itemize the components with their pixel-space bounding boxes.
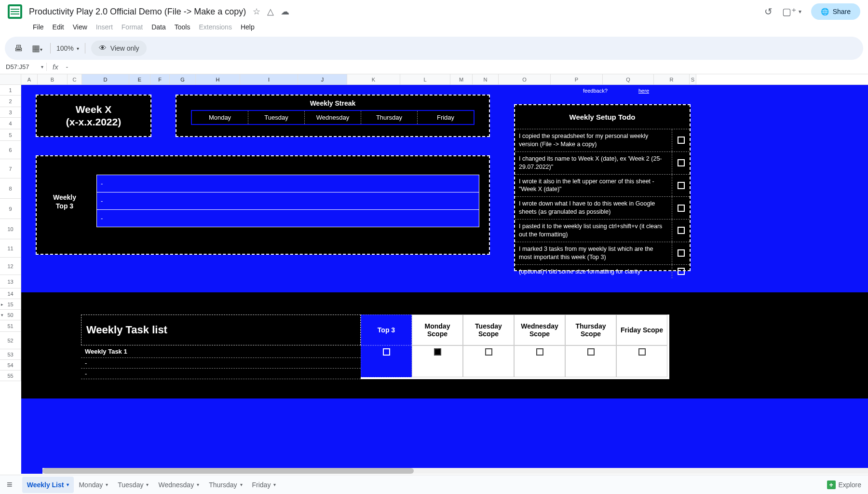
row-header-54[interactable]: 54 (0, 360, 21, 370)
setup-checkbox-cell[interactable] (672, 152, 690, 174)
column-header-O[interactable]: O (499, 74, 551, 84)
checkbox-icon (678, 249, 685, 257)
top3-item-3[interactable]: - (97, 210, 479, 227)
column-header-M[interactable]: M (450, 74, 473, 84)
setup-checkbox-cell[interactable] (672, 175, 690, 197)
setup-row: I marked 3 tasks from my weekly list whi… (515, 242, 690, 264)
scope-checkbox-cell[interactable] (412, 345, 463, 377)
share-label: Share (833, 8, 851, 15)
row-header-10[interactable]: 10 (0, 219, 21, 239)
row-header-4[interactable]: 4 (0, 118, 21, 129)
streak-day-monday: Monday (192, 111, 248, 124)
row-header-9[interactable]: 9 (0, 199, 21, 219)
row-header-13[interactable]: 13 (0, 275, 21, 288)
top3-checkbox-cell[interactable] (361, 345, 412, 377)
row-header-51[interactable]: 51 (0, 320, 21, 332)
meet-camera-icon[interactable]: ▢⁺ (782, 6, 797, 17)
menu-insert: Insert (92, 21, 117, 33)
row-header-2[interactable]: 2 (0, 96, 21, 107)
horizontal-scrollbar[interactable] (42, 468, 868, 474)
spreadsheet-cells[interactable]: feedback? here Week X (x-x.x.2022) Weekl… (21, 85, 868, 474)
menu-edit[interactable]: Edit (49, 21, 68, 33)
column-header-D[interactable]: D (82, 74, 129, 84)
row-header-11[interactable]: 11 (0, 239, 21, 258)
column-header-C[interactable]: C (68, 74, 82, 84)
checkbox-icon (383, 348, 390, 356)
top3-item-1[interactable]: - (97, 175, 479, 192)
setup-row: I wrote it also in the left upper corner… (515, 174, 690, 197)
row-header-12[interactable]: 12 (0, 258, 21, 275)
column-header-A[interactable]: A (21, 74, 38, 84)
setup-text: I marked 3 tasks from my weekly list whi… (515, 242, 672, 264)
column-header-E[interactable]: E (129, 74, 150, 84)
column-header-I[interactable]: I (240, 74, 298, 84)
zoom-dropdown[interactable]: 100% ▾ (56, 44, 79, 52)
cloud-status-icon[interactable]: ☁ (281, 6, 289, 17)
setup-checkbox-cell[interactable] (672, 242, 690, 264)
checkbox-icon (678, 205, 685, 212)
zoom-value: 100% (56, 44, 74, 52)
row-header-7[interactable]: 7 (0, 159, 21, 178)
checkbox-icon (638, 348, 646, 356)
document-title[interactable]: Productivity Play 2.0 Official Demo (Fil… (29, 7, 246, 17)
row-header-50[interactable]: 50 (0, 310, 21, 320)
row-header-14[interactable]: 14 (0, 288, 21, 299)
menu-tools[interactable]: Tools (171, 21, 194, 33)
globe-icon: 🌐 (821, 8, 829, 15)
view-only-badge[interactable]: 👁 View only (91, 41, 147, 56)
menu-bar: FileEditViewInsertFormatDataToolsExtensi… (0, 19, 868, 35)
sheets-logo[interactable] (8, 4, 22, 19)
menu-file[interactable]: File (29, 21, 48, 33)
star-icon[interactable]: ☆ (253, 6, 260, 17)
setup-checkbox-cell[interactable] (672, 265, 690, 279)
top3-item-2[interactable]: - (97, 192, 479, 210)
row-header-1[interactable]: 1 (0, 85, 21, 96)
column-header-J[interactable]: J (298, 74, 347, 84)
column-header-G[interactable]: G (170, 74, 196, 84)
week-title-card: Week X (x-x.x.2022) (36, 95, 151, 137)
row-header-8[interactable]: 8 (0, 178, 21, 199)
print-icon[interactable]: 🖶 (13, 41, 25, 55)
setup-checkbox-cell[interactable] (672, 220, 690, 242)
setup-checkbox-cell[interactable] (672, 129, 690, 151)
column-header-N[interactable]: N (473, 74, 499, 84)
task-row: Weekly Task 1 (81, 345, 361, 358)
menu-help[interactable]: Help (237, 21, 258, 33)
column-header-S[interactable]: S (690, 74, 696, 84)
column-header-F[interactable]: F (150, 74, 170, 84)
name-box[interactable]: D57:J57 ▾ (3, 63, 46, 70)
column-header-R[interactable]: R (654, 74, 690, 84)
column-header-B[interactable]: B (38, 74, 68, 84)
column-header-L[interactable]: L (400, 74, 450, 84)
column-header-P[interactable]: P (551, 74, 603, 84)
row-header-55[interactable]: 55 (0, 370, 21, 381)
history-icon[interactable]: ↺ (764, 6, 773, 17)
scope-checkbox-cell[interactable] (463, 345, 514, 377)
formula-bar[interactable]: - (64, 63, 68, 70)
row-header-52[interactable]: 52 (0, 332, 21, 349)
select-all-corner[interactable] (0, 74, 21, 84)
fx-label: fx (46, 63, 64, 71)
scope-checkbox-cell[interactable] (514, 345, 565, 377)
share-button[interactable]: 🌐 Share (811, 3, 860, 20)
menu-view[interactable]: View (69, 21, 91, 33)
row-header-6[interactable]: 6 (0, 141, 21, 159)
column-header-H[interactable]: H (196, 74, 240, 84)
checkbox-icon (678, 268, 685, 275)
row-header-5[interactable]: 5 (0, 129, 21, 141)
column-header-K[interactable]: K (347, 74, 400, 84)
row-header-3[interactable]: 3 (0, 107, 21, 118)
move-icon[interactable]: △ (267, 6, 274, 17)
setup-row: I pasted it to the weekly list using ctr… (515, 219, 690, 242)
column-header-Q[interactable]: Q (603, 74, 654, 84)
row-header-15[interactable]: 15 (0, 299, 21, 310)
scope-checkbox-cell[interactable] (565, 345, 616, 377)
scope-column-header: Wednesday Scope (514, 315, 565, 345)
scope-checkbox-cell[interactable] (616, 345, 667, 377)
menu-data[interactable]: Data (148, 21, 170, 33)
meet-dropdown-icon[interactable]: ▾ (799, 8, 801, 15)
row-header-53[interactable]: 53 (0, 349, 21, 360)
here-link[interactable]: here (638, 88, 649, 94)
filter-views-icon[interactable]: ▦▾ (30, 41, 44, 55)
setup-checkbox-cell[interactable] (672, 197, 690, 219)
